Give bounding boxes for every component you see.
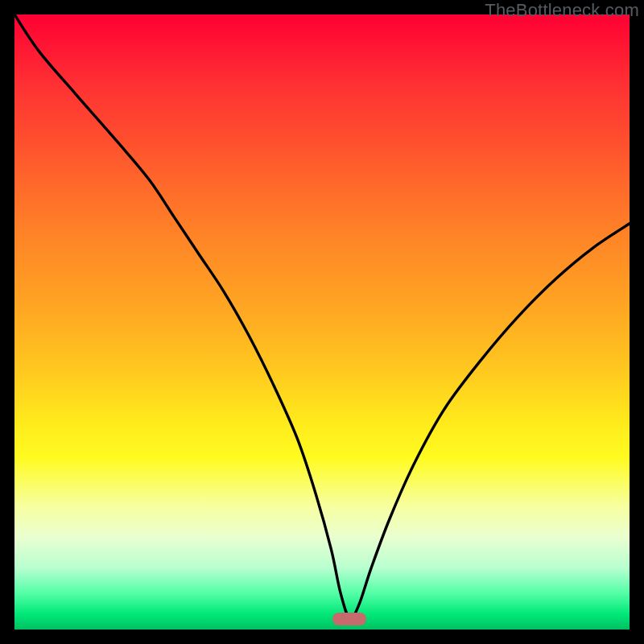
watermark-text: TheBottleneck.com [485,0,639,21]
bottleneck-curve [14,14,630,619]
chart-stage: TheBottleneck.com [0,0,644,644]
minimum-marker [332,613,366,625]
curve-layer [14,14,630,630]
plot-area [14,14,630,630]
